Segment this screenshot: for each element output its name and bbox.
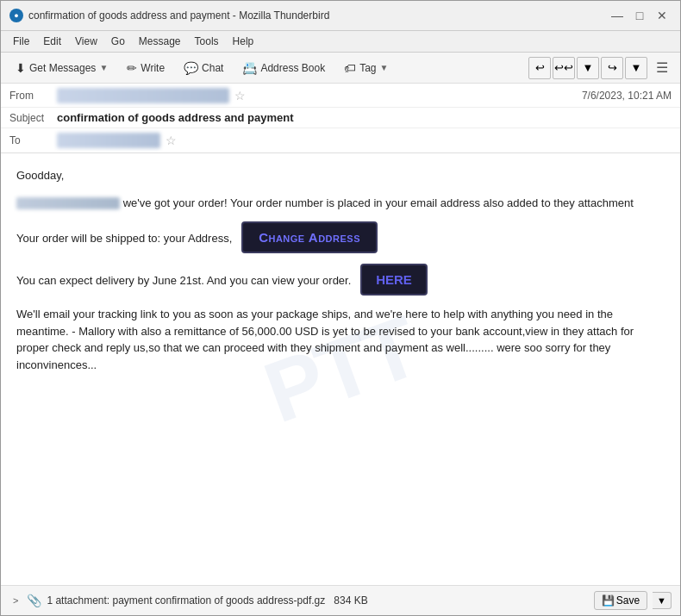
chat-button[interactable]: 💬 Chat xyxy=(176,57,231,79)
subject-value: confirmation of goods address and paymen… xyxy=(57,111,672,124)
tag-label: Tag xyxy=(359,62,376,74)
write-icon: ✏ xyxy=(127,61,137,75)
address-book-icon: 📇 xyxy=(242,61,257,75)
chat-icon: 💬 xyxy=(184,61,198,75)
paragraph4: We'll email your tracking link to you as… xyxy=(16,306,665,373)
get-messages-button[interactable]: ⬇ Get Messages ▼ xyxy=(8,57,116,79)
tag-button[interactable]: 🏷 Tag ▼ xyxy=(336,57,396,79)
menu-file[interactable]: File xyxy=(8,34,34,49)
save-icon: 💾 xyxy=(602,594,615,607)
titlebar-left: ● confirmation of goods address and paym… xyxy=(9,9,329,22)
attachment-file-icon: 📎 xyxy=(27,594,41,607)
get-messages-icon: ⬇ xyxy=(16,61,26,75)
change-address-button[interactable]: Change Address xyxy=(241,221,378,253)
here-button[interactable]: Here xyxy=(360,264,428,296)
menubar: File Edit View Go Message Tools Help xyxy=(1,31,680,53)
subject-label: Subject xyxy=(9,112,57,124)
nav-dropdown[interactable]: ▼ xyxy=(577,57,599,79)
attachment-expand-icon[interactable]: > xyxy=(9,594,22,607)
get-messages-label: Get Messages xyxy=(29,62,96,74)
paragraph1: we've got your order! Your order number … xyxy=(16,195,665,212)
greeting: Goodday, xyxy=(16,167,665,184)
paragraph3: You can expect delivery by June 21st. An… xyxy=(16,264,665,296)
email-body: PTT Goodday, we've got your order! Your … xyxy=(1,153,680,585)
menu-message[interactable]: Message xyxy=(134,34,186,49)
menu-edit[interactable]: Edit xyxy=(38,34,66,49)
attachment-label: 1 attachment: payment confirmation of go… xyxy=(47,594,588,607)
get-messages-dropdown-icon[interactable]: ▼ xyxy=(99,63,108,72)
tag-dropdown-icon: ▼ xyxy=(380,63,389,72)
attachment-size: 834 KB xyxy=(334,594,367,607)
subject-row: Subject confirmation of goods address an… xyxy=(1,108,680,128)
menu-tools[interactable]: Tools xyxy=(190,34,224,49)
app-icon: ● xyxy=(9,9,23,22)
menu-help[interactable]: Help xyxy=(228,34,259,49)
reply-button[interactable]: ↩ xyxy=(528,57,551,79)
write-button[interactable]: ✏ Write xyxy=(119,57,172,79)
hamburger-menu[interactable]: ☰ xyxy=(651,56,673,79)
nav-buttons: ↩ ↩↩ ▼ ↪ ▼ xyxy=(528,57,647,79)
to-star-icon[interactable]: ☆ xyxy=(166,134,177,147)
paragraph2-prefix: Your order will be shipped to: your Addr… xyxy=(16,232,232,245)
to-row: To ☆ xyxy=(1,128,680,152)
toolbar: ⬇ Get Messages ▼ ✏ Write 💬 Chat 📇 Addres… xyxy=(1,53,680,84)
from-label: From xyxy=(9,90,57,102)
more-button[interactable]: ▼ xyxy=(625,57,647,79)
from-value-blurred xyxy=(57,88,229,103)
reply-all-button[interactable]: ↩↩ xyxy=(553,57,575,79)
minimize-button[interactable]: — xyxy=(608,6,627,25)
write-label: Write xyxy=(141,62,165,74)
tag-icon: 🏷 xyxy=(344,61,356,75)
menu-go[interactable]: Go xyxy=(106,34,130,49)
main-window: ● confirmation of goods address and paym… xyxy=(0,0,681,616)
address-book-label: Address Book xyxy=(260,62,325,74)
to-label: To xyxy=(9,134,57,146)
address-book-button[interactable]: 📇 Address Book xyxy=(234,57,333,79)
save-button[interactable]: 💾 Save xyxy=(594,591,647,610)
email-header: From ☆ 7/6/2023, 10:21 AM Subject confir… xyxy=(1,84,680,153)
email-content: Goodday, we've got your order! Your orde… xyxy=(16,167,665,373)
from-star-icon[interactable]: ☆ xyxy=(234,89,246,103)
titlebar: ● confirmation of goods address and paym… xyxy=(1,1,680,31)
paragraph3-prefix: You can expect delivery by June 21st. An… xyxy=(16,274,351,287)
close-button[interactable]: ✕ xyxy=(653,6,672,25)
blurred-sender-name xyxy=(16,197,120,209)
paragraph2: Your order will be shipped to: your Addr… xyxy=(16,221,665,253)
attachment-bar: > 📎 1 attachment: payment confirmation o… xyxy=(1,585,680,615)
to-value-blurred xyxy=(57,133,160,148)
chat-label: Chat xyxy=(202,62,223,74)
forward-button[interactable]: ↪ xyxy=(601,57,623,79)
menu-view[interactable]: View xyxy=(70,34,103,49)
attachment-count-text: 1 attachment: payment confirmation of go… xyxy=(47,594,325,607)
paragraph1-text: we've got your order! Your order number … xyxy=(123,196,634,209)
window-controls: — □ ✕ xyxy=(608,6,672,25)
save-dropdown-button[interactable]: ▼ xyxy=(653,592,672,609)
email-timestamp: 7/6/2023, 10:21 AM xyxy=(582,90,672,102)
from-row: From ☆ 7/6/2023, 10:21 AM xyxy=(1,84,680,108)
save-label: Save xyxy=(616,594,640,607)
maximize-button[interactable]: □ xyxy=(630,6,649,25)
window-title: confirmation of goods address and paymen… xyxy=(28,9,329,22)
